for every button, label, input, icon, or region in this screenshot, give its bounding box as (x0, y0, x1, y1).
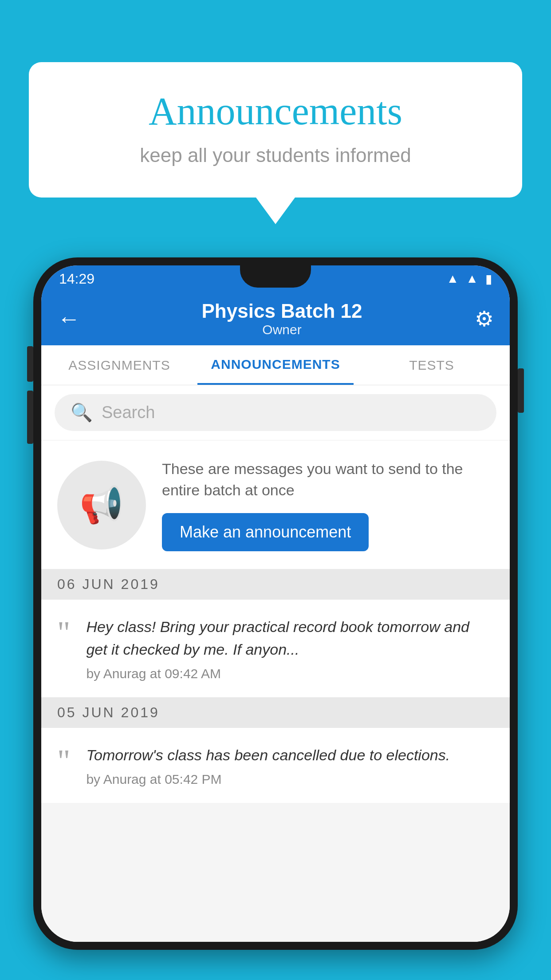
tab-assignments[interactable]: ASSIGNMENTS (41, 345, 197, 385)
announcement-item-1: " Hey class! Bring your practical record… (41, 600, 510, 697)
battery-icon: ▮ (485, 272, 492, 286)
status-time: 14:29 (59, 271, 94, 287)
search-bar-container: 🔍 Search (41, 385, 510, 440)
tab-announcements[interactable]: ANNOUNCEMENTS (197, 345, 354, 385)
megaphone-icon: 📢 (79, 484, 124, 526)
promo-card: 📢 These are messages you want to send to… (41, 441, 510, 569)
app-bar-subtitle: Owner (89, 322, 475, 337)
quote-icon-1: " (57, 620, 70, 646)
content-area: 🔍 Search 📢 These are messages you want t… (41, 385, 510, 942)
wifi-icon: ▲ (447, 272, 459, 286)
date-separator-2: 05 JUN 2019 (41, 697, 510, 728)
speech-bubble-arrow (256, 198, 295, 224)
announcement-author-2: by Anurag at 05:42 PM (86, 772, 494, 787)
phone-outer: 14:29 ▲ ▲ ▮ ← Physics Batch 12 Owner ⚙ (33, 257, 518, 950)
tab-tests[interactable]: TESTS (354, 345, 510, 385)
signal-icon: ▲ (466, 272, 478, 286)
app-bar-title-block: Physics Batch 12 Owner (89, 300, 475, 337)
back-button[interactable]: ← (57, 305, 80, 332)
announcement-author-1: by Anurag at 09:42 AM (86, 666, 494, 681)
volume-up-button (27, 346, 33, 382)
app-bar: ← Physics Batch 12 Owner ⚙ (41, 292, 510, 345)
tabs-bar: ASSIGNMENTS ANNOUNCEMENTS TESTS (41, 345, 510, 385)
settings-button[interactable]: ⚙ (475, 306, 494, 331)
announcement-text-1: Hey class! Bring your practical record b… (86, 616, 494, 661)
search-icon: 🔍 (71, 402, 93, 423)
date-separator-1: 06 JUN 2019 (41, 569, 510, 600)
search-bar[interactable]: 🔍 Search (55, 394, 496, 431)
promo-content: These are messages you want to send to t… (162, 458, 494, 551)
volume-down-button (27, 391, 33, 444)
make-announcement-button[interactable]: Make an announcement (162, 513, 369, 551)
speech-bubble-section: Announcements keep all your students inf… (29, 62, 522, 224)
speech-bubble: Announcements keep all your students inf… (29, 62, 522, 198)
phone-mockup: 14:29 ▲ ▲ ▮ ← Physics Batch 12 Owner ⚙ (33, 257, 518, 980)
phone-screen: 14:29 ▲ ▲ ▮ ← Physics Batch 12 Owner ⚙ (41, 265, 510, 942)
search-placeholder: Search (102, 403, 155, 422)
power-button (518, 368, 524, 413)
announcement-item-2: " Tomorrow's class has been cancelled du… (41, 728, 510, 803)
speech-bubble-subtitle: keep all your students informed (64, 144, 487, 166)
promo-description: These are messages you want to send to t… (162, 458, 494, 501)
promo-icon-circle: 📢 (57, 461, 146, 549)
speech-bubble-title: Announcements (64, 89, 487, 134)
announcement-content-1: Hey class! Bring your practical record b… (86, 616, 494, 681)
announcement-content-2: Tomorrow's class has been cancelled due … (86, 744, 494, 787)
announcement-text-2: Tomorrow's class has been cancelled due … (86, 744, 494, 767)
quote-icon-2: " (57, 748, 70, 774)
app-bar-title: Physics Batch 12 (89, 300, 475, 322)
status-icons: ▲ ▲ ▮ (447, 272, 492, 286)
phone-notch (240, 265, 311, 288)
